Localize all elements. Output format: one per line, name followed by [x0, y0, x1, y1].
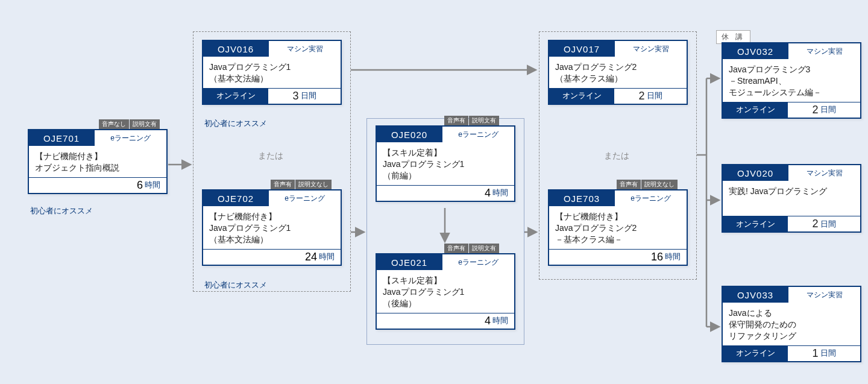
badges-oje021: 音声有 説明文有 [444, 244, 499, 253]
course-card-oje703[interactable]: OJE703 eラーニング 【ナビ機能付き】 Javaプログラミング2 －基本ク… [548, 189, 688, 266]
course-footer: 6時間 [29, 177, 166, 193]
course-type: eラーニング [94, 130, 166, 146]
course-title: 【スキル定着】 Javaプログラミング1 （後編） [377, 270, 514, 313]
beginner-note: 初心者にオススメ [204, 280, 267, 291]
course-card-oje701[interactable]: OJE701 eラーニング 【ナビ機能付き】 オブジェクト指向概説 6時間 [28, 129, 168, 194]
course-mode: オンライン [549, 89, 614, 104]
course-title: 【スキル定着】 Javaプログラミング1 （前編） [377, 142, 514, 185]
course-mode: オンライン [723, 102, 788, 118]
course-type: マシン実習 [788, 287, 860, 303]
course-mode: オンライン [723, 216, 788, 231]
beginner-note: 初心者にオススメ [204, 118, 267, 129]
badges-oje702: 音声有 説明文なし [271, 180, 332, 189]
course-code: OJE702 [203, 190, 268, 206]
audio-badge: 音声有 [271, 180, 295, 189]
or-label: または [258, 151, 283, 162]
desc-badge: 説明文なし [295, 180, 332, 189]
course-card-oje702[interactable]: OJE702 eラーニング 【ナビ機能付き】 Javaプログラミング1 （基本文… [202, 189, 342, 266]
course-title: Javaプログラミング2 （基本クラス編） [549, 57, 687, 88]
course-card-ojv032[interactable]: OJV032 マシン実習 Javaプログラミング3 －StreamAPI、 モジ… [722, 42, 861, 119]
course-title: 実践! Javaプログラミング [723, 181, 860, 216]
course-code: OJE021 [377, 254, 442, 270]
course-card-ojv017[interactable]: OJV017 マシン実習 Javaプログラミング2 （基本クラス編） オンライン… [548, 40, 688, 105]
badges-oje703: 音声有 説明文なし [617, 180, 678, 189]
course-code: OJV033 [723, 287, 788, 303]
course-title: Javaによる 保守開発のための リファクタリング [723, 303, 860, 345]
course-footer: 4時間 [377, 313, 514, 329]
desc-badge: 説明文有 [469, 116, 499, 125]
course-card-oje020[interactable]: OJE020 eラーニング 【スキル定着】 Javaプログラミング1 （前編） … [376, 125, 515, 202]
course-code: OJV016 [203, 41, 268, 57]
course-type: マシン実習 [614, 41, 687, 57]
course-type: eラーニング [614, 190, 687, 206]
course-type: eラーニング [268, 190, 341, 206]
course-footer: 24時間 [203, 249, 341, 265]
badges-oje701: 音声なし 説明文有 [99, 119, 160, 129]
desc-badge: 説明文有 [130, 119, 160, 129]
course-type: eラーニング [442, 254, 514, 270]
course-card-oje021[interactable]: OJE021 eラーニング 【スキル定着】 Javaプログラミング1 （後編） … [376, 253, 515, 330]
course-code: OJE701 [29, 130, 94, 146]
or-label: または [604, 151, 629, 162]
audio-badge: 音声なし [99, 119, 129, 129]
audio-badge: 音声有 [444, 244, 468, 253]
course-type: マシン実習 [788, 43, 860, 59]
course-card-ojv020[interactable]: OJV020 マシン実習 実践! Javaプログラミング オンライン 2日間 [722, 164, 861, 233]
course-card-ojv016[interactable]: OJV016 マシン実習 Javaプログラミング1 （基本文法編） オンライン … [202, 40, 342, 105]
course-footer: オンライン 2日間 [723, 216, 860, 231]
course-code: OJV032 [723, 43, 788, 59]
course-mode: オンライン [723, 346, 788, 361]
course-mode: オンライン [203, 89, 268, 104]
desc-badge: 説明文なし [641, 180, 678, 189]
course-footer: オンライン 3日間 [203, 88, 341, 104]
course-code: OJE020 [377, 127, 442, 142]
course-card-ojv033[interactable]: OJV033 マシン実習 Javaによる 保守開発のための リファクタリング オ… [722, 286, 861, 362]
course-type: マシン実習 [788, 165, 860, 181]
course-title: 【ナビ機能付き】 Javaプログラミング2 －基本クラス編－ [549, 206, 687, 249]
course-code: OJV017 [549, 41, 614, 57]
course-type: eラーニング [442, 127, 514, 142]
course-type: マシン実習 [268, 41, 341, 57]
course-footer: 16時間 [549, 249, 687, 265]
course-footer: オンライン 2日間 [549, 88, 687, 104]
badges-oje020: 音声有 説明文有 [444, 116, 499, 125]
course-title: Javaプログラミング1 （基本文法編） [203, 57, 341, 88]
audio-badge: 音声有 [617, 180, 641, 189]
course-code: OJE703 [549, 190, 614, 206]
course-footer: オンライン 2日間 [723, 102, 860, 118]
course-footer: 4時間 [377, 185, 514, 201]
desc-badge: 説明文有 [469, 244, 499, 253]
course-footer: オンライン 1日間 [723, 345, 860, 361]
beginner-note: 初心者にオススメ [30, 206, 93, 216]
course-title: 【ナビ機能付き】 オブジェクト指向概説 [29, 146, 166, 177]
audio-badge: 音声有 [444, 116, 468, 125]
course-title: 【ナビ機能付き】 Javaプログラミング1 （基本文法編） [203, 206, 341, 249]
course-title: Javaプログラミング3 －StreamAPI、 モジュールシステム編－ [723, 59, 860, 102]
course-code: OJV020 [723, 165, 788, 181]
